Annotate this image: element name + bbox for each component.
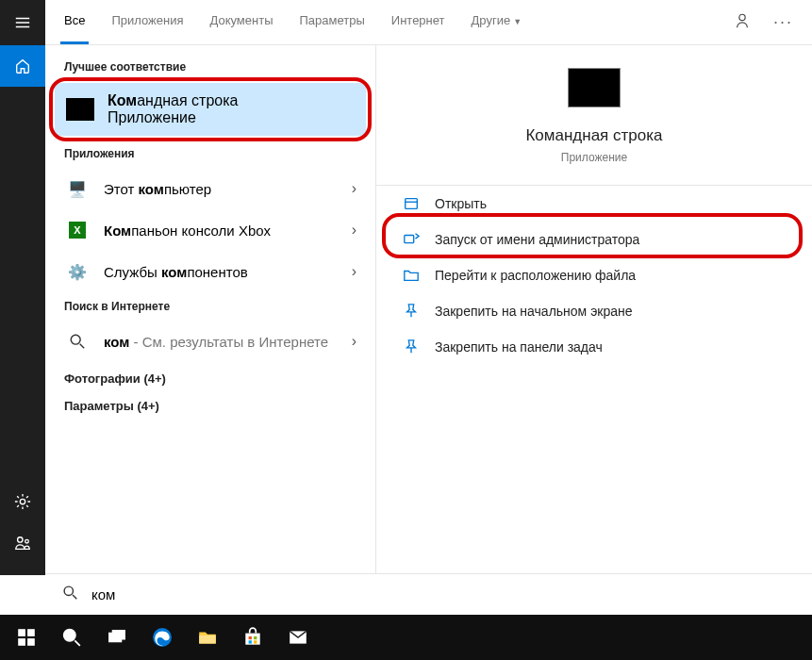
search-input[interactable] xyxy=(91,586,795,602)
svg-point-2 xyxy=(25,539,29,543)
admin-icon xyxy=(403,231,420,248)
svg-rect-19 xyxy=(254,636,257,639)
xbox-icon: X xyxy=(69,222,86,239)
search-icon xyxy=(62,585,78,604)
action-pin-taskbar[interactable]: Закрепить на панели задач xyxy=(376,329,812,365)
chevron-right-icon: › xyxy=(352,180,356,197)
result-xbox-companion[interactable]: X Компаньон консоли Xbox › xyxy=(45,209,375,251)
preview-pane: Командная строка Приложение Открыть Запу… xyxy=(375,45,812,575)
more-options-icon[interactable]: ··· xyxy=(773,12,793,32)
tab-all[interactable]: Все xyxy=(64,13,85,31)
pin-taskbar-icon xyxy=(403,338,420,355)
section-settings[interactable]: Параметры (4+) xyxy=(45,389,375,417)
action-run-as-admin[interactable]: Запуск от имени администратора xyxy=(376,222,812,257)
svg-rect-14 xyxy=(112,631,124,639)
svg-rect-16 xyxy=(199,635,216,644)
best-match-result[interactable]: Командная строка Приложение xyxy=(55,83,366,136)
svg-rect-17 xyxy=(245,634,259,645)
best-match-title: Командная строка xyxy=(108,92,238,109)
start-button[interactable] xyxy=(4,615,49,660)
best-match-subtitle: Приложение xyxy=(108,109,238,126)
svg-rect-10 xyxy=(18,638,25,646)
filter-tabs: Все Приложения Документы Параметры Интер… xyxy=(45,0,812,45)
sidebar-home[interactable] xyxy=(0,45,45,87)
action-open[interactable]: Открыть xyxy=(376,186,812,222)
svg-rect-11 xyxy=(27,638,35,646)
result-web-search[interactable]: ком - См. результаты в Интернете › xyxy=(45,321,375,362)
svg-rect-5 xyxy=(406,199,418,209)
svg-rect-20 xyxy=(249,640,252,643)
feedback-icon[interactable] xyxy=(734,12,751,33)
svg-rect-6 xyxy=(405,236,414,243)
pin-start-icon xyxy=(403,303,420,320)
cmd-icon xyxy=(66,98,94,121)
tab-settings[interactable]: Параметры xyxy=(299,13,364,31)
results-list: Лучшее соответствие Командная строка При… xyxy=(45,45,375,575)
chevron-right-icon: › xyxy=(352,263,356,280)
result-this-pc[interactable]: 🖥️ Этот компьютер › xyxy=(45,168,375,209)
taskbar-taskview[interactable] xyxy=(94,615,140,660)
svg-point-1 xyxy=(18,537,23,542)
taskbar xyxy=(0,615,812,660)
pc-icon: 🖥️ xyxy=(68,180,87,198)
component-services-icon: ⚙️ xyxy=(68,263,87,281)
svg-point-3 xyxy=(739,14,745,20)
chevron-right-icon: › xyxy=(352,222,356,239)
tab-more[interactable]: Другие▼ xyxy=(472,13,522,31)
sidebar-account[interactable] xyxy=(0,522,45,564)
taskbar-explorer[interactable] xyxy=(185,615,230,660)
tab-web[interactable]: Интернет xyxy=(391,13,445,31)
svg-rect-21 xyxy=(254,640,257,643)
svg-rect-9 xyxy=(27,629,35,636)
tab-documents[interactable]: Документы xyxy=(209,13,273,31)
chevron-right-icon: › xyxy=(352,333,356,350)
section-apps: Приложения xyxy=(45,140,375,168)
folder-icon xyxy=(403,267,420,284)
result-component-services[interactable]: ⚙️ Службы компонентов › xyxy=(45,251,375,292)
preview-type: Приложение xyxy=(561,151,627,164)
chevron-down-icon: ▼ xyxy=(513,17,522,26)
svg-rect-8 xyxy=(18,629,25,636)
action-pin-start[interactable]: Закрепить на начальном экране xyxy=(376,293,812,329)
svg-point-4 xyxy=(71,335,80,344)
preview-title: Командная строка xyxy=(525,126,662,145)
section-best-match: Лучшее соответствие xyxy=(45,53,375,81)
svg-rect-18 xyxy=(249,636,252,639)
svg-point-7 xyxy=(64,586,73,595)
svg-point-0 xyxy=(20,499,25,503)
tab-apps[interactable]: Приложения xyxy=(111,13,183,31)
taskbar-store[interactable] xyxy=(230,615,275,660)
search-panel: Все Приложения Документы Параметры Интер… xyxy=(45,0,812,575)
search-sidebar xyxy=(0,0,45,575)
svg-point-12 xyxy=(64,630,75,641)
section-photos[interactable]: Фотографии (4+) xyxy=(45,362,375,389)
hamburger-button[interactable] xyxy=(0,0,45,45)
taskbar-search[interactable] xyxy=(49,615,94,660)
action-open-file-location[interactable]: Перейти к расположению файла xyxy=(376,257,812,293)
search-field[interactable] xyxy=(45,573,812,615)
preview-app-icon xyxy=(568,68,621,107)
section-web-search: Поиск в Интернете xyxy=(45,292,375,321)
sidebar-settings[interactable] xyxy=(0,481,45,522)
taskbar-mail[interactable] xyxy=(275,615,321,660)
open-icon xyxy=(403,195,420,212)
taskbar-edge[interactable] xyxy=(140,615,185,660)
search-icon xyxy=(69,333,86,350)
